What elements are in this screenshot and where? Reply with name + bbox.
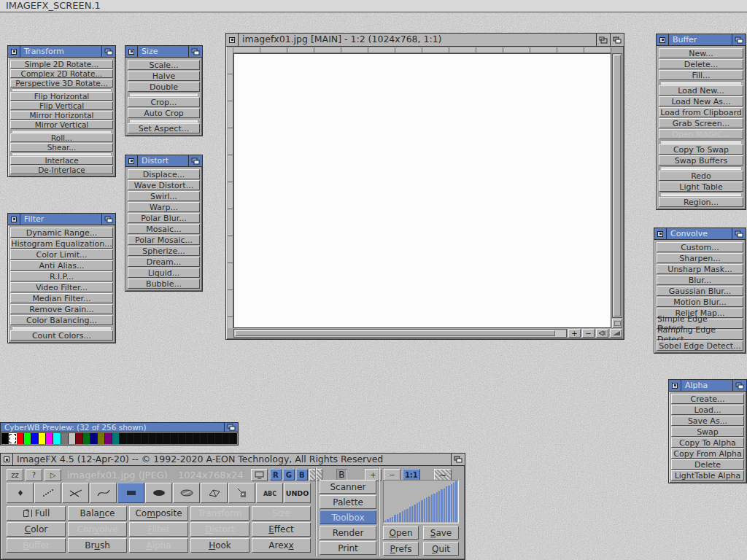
channel-toggle[interactable]: R [270, 469, 282, 481]
palette-swatch[interactable] [208, 433, 215, 444]
panel-button[interactable]: R.I.P... [10, 271, 113, 281]
mode-button[interactable]: Buffer [7, 538, 66, 553]
titlebar[interactable]: Size [125, 46, 202, 58]
palette-swatch[interactable] [76, 433, 83, 444]
mode-button[interactable]: Arexx [252, 538, 311, 553]
panel-button[interactable]: Perspective 3D Rotate... [10, 79, 113, 88]
mode-button[interactable]: Brush [68, 538, 127, 553]
tool-filled-oval-icon[interactable] [173, 483, 200, 503]
panel-button[interactable]: Complex 2D Rotate... [10, 69, 113, 78]
palette-swatch[interactable] [24, 433, 31, 444]
panel-button[interactable]: Histogram Equalization... [10, 238, 113, 249]
file-action-button[interactable]: Prefs [383, 542, 419, 556]
depth-icon[interactable] [610, 34, 624, 46]
panel-button[interactable]: Liquid... [128, 268, 200, 278]
panel-switch-button[interactable]: Render [320, 526, 376, 540]
tool-oval-icon[interactable] [145, 483, 172, 503]
palette-swatch[interactable] [222, 433, 230, 444]
zoom-window-icon[interactable] [596, 34, 610, 46]
panel-button[interactable]: Grab Screen... [659, 118, 743, 128]
close-icon[interactable] [1, 454, 13, 465]
panel-button[interactable]: Mirror Vertical [10, 120, 113, 129]
palette-swatch[interactable] [186, 433, 193, 444]
titlebar[interactable]: Transform [8, 46, 115, 58]
tool-rectangle-icon[interactable] [117, 483, 144, 503]
palette-swatch[interactable] [69, 433, 76, 444]
palette-swatch[interactable] [163, 433, 171, 444]
panel-button[interactable]: Wave Distort... [128, 180, 200, 190]
panel-button[interactable]: Count Colors... [10, 330, 113, 341]
palette-swatch[interactable] [142, 433, 149, 444]
panel-button[interactable]: New... [659, 48, 743, 58]
panel-button[interactable]: Motion Blur... [657, 297, 743, 307]
panel-button[interactable]: Swirl... [128, 191, 200, 201]
close-icon[interactable] [226, 34, 239, 46]
panel-button[interactable]: Auto Crop [128, 108, 200, 118]
panel-button[interactable]: Color Limit... [10, 249, 113, 260]
tool-curve-icon[interactable] [90, 483, 117, 503]
depth-icon[interactable] [188, 46, 202, 57]
mode-button[interactable]: Effect [252, 522, 311, 537]
tool-airbrush-icon[interactable] [34, 483, 61, 503]
close-icon[interactable] [125, 155, 138, 166]
panel-button[interactable]: Shear... [10, 143, 113, 152]
depth-icon[interactable] [732, 380, 746, 391]
panel-button[interactable]: Redo [659, 171, 743, 181]
depth-icon[interactable] [101, 46, 115, 57]
panel-button[interactable]: Video Filter... [10, 282, 113, 292]
palette-swatch[interactable] [149, 433, 156, 444]
screen-preview-icon[interactable] [251, 469, 268, 481]
panel-button[interactable]: Copy To Alpha [671, 438, 744, 448]
close-icon[interactable] [669, 380, 681, 391]
palette-swatch[interactable] [90, 433, 98, 444]
panel-button[interactable]: Roll... [10, 133, 113, 142]
mode-button[interactable]: Filter [129, 522, 188, 537]
help-button[interactable]: ? [26, 469, 42, 481]
palette-swatch[interactable] [61, 433, 69, 444]
panel-button[interactable]: Dream... [128, 257, 200, 267]
palette-swatch[interactable] [53, 433, 61, 444]
image-canvas[interactable] [233, 53, 611, 328]
panel-button[interactable]: Fill... [659, 70, 743, 80]
panel-button[interactable]: Simple 2D Rotate... [10, 60, 113, 69]
zoom-out-button[interactable]: − [384, 469, 400, 481]
palette-swatch[interactable] [201, 433, 208, 444]
titlebar[interactable]: ImageFX 4.5 (12-Apr-20) -- © 1992-2020 A… [1, 454, 465, 466]
mode-button[interactable]: Composite [129, 506, 188, 521]
panel-button[interactable]: Copy From Alpha [671, 448, 744, 459]
panel-button[interactable]: Bubble... [128, 279, 200, 289]
screen-titlebar[interactable]: IMAGEFX_SCREEN.1 [0, 0, 747, 12]
panel-button[interactable]: Mirror Horizontal [10, 111, 113, 120]
panel-button[interactable]: Halve [128, 71, 200, 81]
panel-button[interactable]: Region... [659, 197, 743, 207]
palette-swatch[interactable] [156, 433, 163, 444]
file-action-button[interactable]: Quit [423, 542, 459, 556]
mode-button[interactable]: Full [7, 506, 66, 521]
depth-icon[interactable] [188, 155, 202, 166]
titlebar[interactable]: CyberWB Preview: (32 of 256 shown) [1, 423, 238, 432]
panel-button[interactable]: Flip Horizontal [10, 92, 113, 101]
depth-icon[interactable] [451, 454, 465, 465]
panel-button[interactable]: Crop... [128, 97, 200, 107]
channel-toggle[interactable]: B [296, 469, 308, 481]
close-icon[interactable] [125, 46, 138, 57]
palette-swatch[interactable] [39, 433, 46, 444]
panel-button[interactable]: Remove Grain... [10, 304, 113, 314]
panel-button[interactable]: Warp... [128, 202, 200, 212]
panel-button[interactable]: Dynamic Range... [10, 228, 113, 238]
panel-button[interactable]: Swap [671, 427, 744, 437]
channel-toggle[interactable]: G [283, 469, 295, 481]
vertical-scrollbar-thumb[interactable] [614, 55, 621, 316]
panel-button[interactable]: Double [128, 82, 200, 92]
mode-button[interactable]: Alpha [129, 538, 188, 553]
palette-swatch[interactable] [127, 433, 134, 444]
zoom-ramp-icon[interactable] [610, 329, 622, 338]
depth-icon[interactable] [732, 34, 746, 45]
palette-swatch[interactable] [134, 433, 142, 444]
panel-button[interactable]: LightTable Alpha [671, 470, 744, 481]
palette-swatch[interactable] [17, 433, 24, 444]
palette-swatch[interactable] [105, 433, 112, 444]
tool-point-icon[interactable] [7, 483, 34, 503]
zoom-ratio-button[interactable]: 1:1 [403, 469, 420, 481]
panel-button[interactable]: Load New... [659, 85, 743, 96]
